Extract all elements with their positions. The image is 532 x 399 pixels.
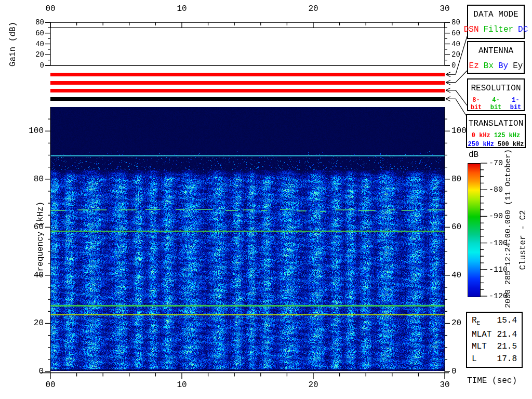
re-label: R [472, 316, 477, 325]
colorbar-tick-label: -80 [489, 186, 503, 194]
spacecraft-label: Cluster - C2 [519, 210, 527, 270]
legend-option: 0 kHz [472, 132, 490, 139]
arrowhead [446, 97, 450, 99]
gain-ytick-label-right: 20 [451, 51, 460, 58]
gain-ytick-label: 0 [40, 62, 44, 69]
legend-option: 125 kHz [494, 132, 520, 139]
arrowhead [446, 74, 450, 77]
timestamp-label: 2000 285 12:24:00.000 (11 October) [504, 149, 512, 308]
freq-ytick-label-right: 100 [451, 127, 467, 135]
l-label: L [472, 355, 477, 363]
colorbar-tick-label: -70 [489, 159, 503, 167]
legend-option: 8-bit [468, 97, 484, 111]
translation-legend-box: TRANSLATION 0 kHz125 kHz250 kHz500 kHz [466, 114, 526, 148]
top-time-tick-label: 00 [45, 5, 55, 13]
arrowhead [446, 80, 450, 83]
bottom-time-tick-label: 30 [440, 381, 449, 389]
data-mode-bar [50, 73, 445, 76]
ephemeris-box: RE 15.4 MLAT 21.4 MLT 21.5 L 17.8 [466, 312, 523, 368]
resolution-bar [50, 89, 445, 92]
legend-option: Ey [513, 61, 523, 71]
gain-ytick-label-right: 60 [451, 30, 460, 37]
legend-option: 4-bit [488, 97, 504, 111]
callout-line [456, 90, 467, 105]
time-axis-label: TIME (sec) [467, 376, 517, 385]
legend-option: DSN [464, 25, 479, 34]
bottom-time-tick-label: 00 [45, 381, 55, 389]
top-time-tick-label: 10 [177, 5, 187, 13]
ephemeris-row-re: RE 15.4 [467, 316, 522, 326]
gain-ytick-label: 20 [35, 51, 44, 58]
gain-ytick-label: 40 [35, 41, 44, 48]
colorbar-tick-label: -100 [489, 239, 508, 247]
legend-option: 500 kHz [498, 141, 524, 148]
re-subscript: E [477, 321, 481, 327]
colorbar-tick-label: -110 [489, 265, 508, 273]
arrowhead [446, 90, 450, 93]
arrowhead [446, 83, 450, 85]
freq-ytick-label-right: 0 [451, 367, 457, 376]
legend-options-row: DSNFilterDC [468, 25, 524, 34]
ephemeris-row-l: L 17.8 [467, 355, 522, 363]
top-time-tick-label: 30 [440, 5, 449, 13]
gain-ytick-label-right: 40 [451, 41, 460, 48]
translation-title: TRANSLATION [467, 119, 525, 128]
mlat-label: MLAT [472, 330, 491, 339]
freq-ytick-label: 100 [29, 127, 44, 135]
l-value: 17.8 [497, 355, 517, 363]
freq-ytick-label: 80 [34, 175, 44, 183]
freq-ytick-label: 40 [34, 271, 44, 280]
mlt-label: MLT [472, 342, 487, 351]
colorbar-tick-label: -90 [489, 212, 503, 220]
freq-ytick-label-right: 20 [451, 319, 461, 327]
legend-options-row: 8-bit4-bit1-bit [468, 97, 524, 111]
mlt-value: 21.5 [497, 342, 517, 351]
antenna-bar [50, 81, 445, 85]
callout-line [456, 99, 466, 115]
data-mode-title: DATA MODE [468, 10, 524, 19]
top-time-tick-label: 20 [308, 5, 318, 13]
re-value: 15.4 [497, 316, 517, 326]
data-mode-legend-box: DATA MODE DSNFilterDC [467, 5, 525, 39]
legend-option: Filter [484, 25, 514, 34]
antenna-legend-box: ANTENNA EzBxByEy [467, 41, 525, 74]
arrowhead [446, 99, 450, 101]
arrowhead [446, 72, 450, 75]
resolution-title: RESOLUTION [468, 84, 524, 92]
freq-ytick-label-right: 60 [451, 223, 461, 231]
legend-option: Ez [469, 61, 479, 71]
colorbar-units-label: dB [469, 150, 478, 159]
gain-ytick-label: 80 [35, 19, 44, 26]
frequency-axis-label: Frequency (kHz) [36, 202, 45, 276]
gain-ytick-label: 60 [35, 30, 44, 37]
freq-ytick-label: 60 [34, 223, 44, 231]
freq-ytick-label-right: 40 [451, 271, 461, 280]
legend-option: DC [518, 25, 528, 34]
gain-ytick-label-right: 0 [451, 62, 456, 69]
gain-axis-label: Gain (dB) [9, 22, 17, 66]
arrowhead [446, 88, 450, 90]
legend-option: 250 kHz [468, 141, 494, 148]
antenna-title: ANTENNA [468, 47, 524, 55]
legend-option: 1-bit [508, 97, 524, 111]
legend-options-row: EzBxByEy [468, 61, 524, 71]
spectrogram-canvas [50, 107, 445, 371]
resolution-legend-box: RESOLUTION 8-bit4-bit1-bit [467, 78, 525, 111]
ephemeris-row-mlat: MLAT 21.4 [467, 330, 522, 339]
legend-options-row: 250 kHz500 kHz [467, 141, 525, 148]
colorbar-tick-label: -120 [489, 292, 508, 300]
gain-ytick-label-right: 80 [451, 19, 460, 26]
freq-ytick-label: 0 [38, 367, 44, 376]
colorbar [468, 163, 481, 297]
bottom-time-tick-label: 20 [308, 381, 318, 389]
freq-ytick-label-right: 80 [451, 175, 461, 183]
wbd-spectrogram-page: Gain (dB) Frequency (kHz) DATA MODE DSNF… [0, 0, 532, 399]
legend-option: Bx [484, 61, 494, 71]
bottom-time-tick-label: 10 [177, 381, 187, 389]
ephemeris-row-mlt: MLT 21.5 [467, 342, 522, 351]
translation-bar [50, 97, 445, 101]
mlat-value: 21.4 [497, 330, 517, 339]
legend-option: By [498, 61, 508, 71]
freq-ytick-label: 20 [34, 319, 44, 327]
callout-line [456, 71, 467, 83]
